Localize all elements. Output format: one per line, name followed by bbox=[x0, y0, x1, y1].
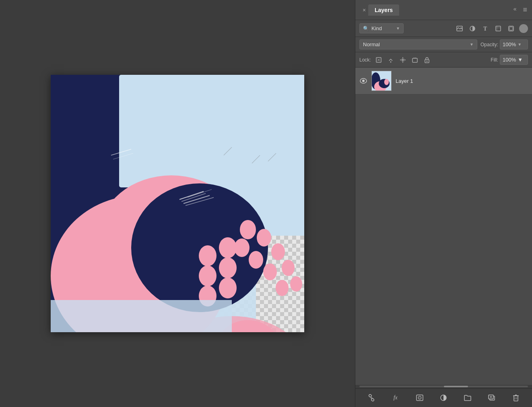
svg-rect-79 bbox=[514, 396, 518, 401]
new-layer-button[interactable] bbox=[486, 392, 498, 404]
filter-row: 🔍 Kind ▼ T bbox=[355, 20, 532, 37]
filter-toggle-button[interactable] bbox=[519, 24, 528, 33]
blend-mode-dropdown[interactable]: Normal ▼ bbox=[359, 39, 477, 49]
search-icon: 🔍 bbox=[363, 26, 369, 31]
svg-rect-12 bbox=[119, 75, 304, 187]
fx-icon: fx bbox=[394, 395, 398, 401]
kind-chevron-icon: ▼ bbox=[396, 26, 400, 31]
fill-label: Fill: bbox=[491, 57, 498, 63]
svg-rect-51 bbox=[509, 27, 513, 30]
opacity-chevron-icon: ▼ bbox=[518, 42, 522, 47]
svg-point-73 bbox=[418, 396, 421, 399]
fill-group: Fill: 100% ▼ bbox=[491, 55, 528, 65]
filter-image-icon[interactable] bbox=[455, 24, 464, 33]
fill-chevron-icon: ▼ bbox=[518, 57, 523, 63]
filter-shape-icon[interactable] bbox=[493, 24, 503, 33]
layers-panel: × Layers « ≡ 🔍 Kind ▼ bbox=[355, 0, 532, 407]
delete-layer-button[interactable] bbox=[510, 392, 522, 404]
scroll-track bbox=[359, 386, 528, 387]
layer-visibility-toggle[interactable] bbox=[359, 77, 367, 85]
svg-point-25 bbox=[219, 237, 237, 258]
scroll-area[interactable] bbox=[355, 385, 532, 388]
panel-title-area: Layers bbox=[368, 4, 399, 16]
svg-rect-47 bbox=[496, 26, 501, 31]
svg-point-64 bbox=[426, 60, 427, 62]
lock-label: Lock: bbox=[359, 57, 371, 63]
add-mask-button[interactable] bbox=[414, 392, 426, 404]
layers-list: Layer 1 bbox=[355, 68, 532, 385]
artwork-canvas bbox=[51, 75, 304, 332]
panel-menu-button[interactable]: ≡ bbox=[523, 6, 527, 14]
svg-point-27 bbox=[219, 278, 237, 298]
svg-point-29 bbox=[199, 265, 217, 286]
fill-value: 100% bbox=[503, 57, 516, 63]
opacity-value: 100% bbox=[503, 41, 516, 47]
kind-label: Kind bbox=[371, 25, 382, 31]
svg-point-16 bbox=[240, 220, 256, 239]
layer-name: Layer 1 bbox=[396, 78, 528, 84]
layer-thumbnail bbox=[371, 71, 392, 91]
opacity-input[interactable]: 100% ▼ bbox=[500, 39, 528, 49]
filter-adjustment-icon[interactable] bbox=[468, 24, 477, 33]
lock-pixels-button[interactable] bbox=[374, 56, 383, 64]
lock-icons bbox=[374, 56, 431, 64]
new-adjustment-button[interactable] bbox=[437, 392, 450, 404]
svg-point-22 bbox=[249, 251, 263, 269]
svg-text:T: T bbox=[483, 26, 487, 32]
panel-title: Layers bbox=[368, 4, 399, 16]
svg-point-71 bbox=[384, 79, 389, 85]
panel-header: × Layers « ≡ bbox=[355, 0, 532, 20]
scroll-thumb[interactable] bbox=[444, 386, 468, 387]
blend-mode-label: Normal bbox=[363, 41, 380, 47]
svg-rect-43 bbox=[51, 300, 232, 332]
artwork-container bbox=[51, 75, 304, 332]
link-layers-button[interactable] bbox=[365, 392, 377, 404]
filter-smart-icon[interactable] bbox=[506, 24, 516, 33]
svg-point-19 bbox=[282, 260, 295, 276]
svg-point-55 bbox=[390, 61, 391, 62]
opacity-label: Opacity: bbox=[480, 42, 498, 47]
canvas-area bbox=[0, 0, 355, 407]
lock-position-button[interactable] bbox=[398, 56, 407, 64]
panel-bottom-toolbar: fx bbox=[355, 388, 532, 407]
lock-artboard-button[interactable] bbox=[410, 56, 419, 64]
filter-text-icon[interactable]: T bbox=[480, 24, 490, 33]
svg-point-23 bbox=[263, 263, 277, 280]
svg-point-20 bbox=[290, 276, 302, 292]
lock-all-button[interactable] bbox=[423, 56, 431, 64]
svg-point-24 bbox=[276, 280, 289, 296]
filter-icons: T bbox=[455, 24, 528, 33]
svg-point-18 bbox=[271, 243, 285, 260]
svg-point-28 bbox=[199, 245, 217, 266]
svg-point-17 bbox=[257, 229, 271, 247]
kind-dropdown[interactable]: 🔍 Kind ▼ bbox=[359, 23, 404, 33]
lock-row: Lock: bbox=[355, 52, 532, 68]
blend-row: Normal ▼ Opacity: 100% ▼ bbox=[355, 37, 532, 52]
blend-mode-chevron-icon: ▼ bbox=[470, 42, 474, 47]
lock-image-button[interactable] bbox=[386, 56, 395, 64]
svg-point-26 bbox=[219, 257, 237, 278]
panel-collapse-button[interactable]: « bbox=[513, 6, 517, 14]
panel-close-button[interactable]: × bbox=[360, 6, 368, 14]
layer-item[interactable]: Layer 1 bbox=[355, 68, 532, 95]
new-group-button[interactable] bbox=[462, 392, 474, 404]
svg-point-66 bbox=[362, 80, 365, 82]
opacity-group: Opacity: 100% ▼ bbox=[480, 39, 528, 49]
fx-button[interactable]: fx bbox=[390, 392, 402, 404]
svg-rect-60 bbox=[412, 58, 417, 62]
fill-input[interactable]: 100% ▼ bbox=[500, 55, 528, 65]
